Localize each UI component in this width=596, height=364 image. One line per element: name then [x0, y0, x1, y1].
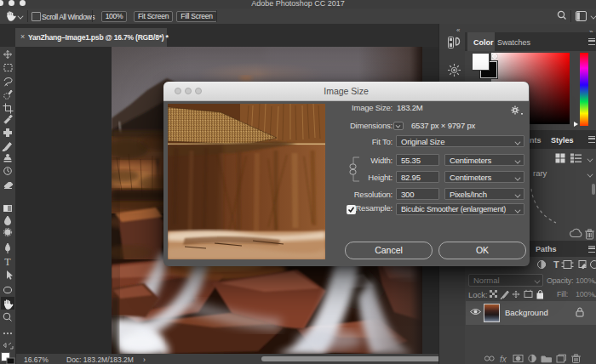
- svg-text:T: T: [553, 259, 559, 270]
- svg-text:T: T: [4, 256, 11, 268]
- svg-text:fx: fx: [500, 355, 507, 364]
